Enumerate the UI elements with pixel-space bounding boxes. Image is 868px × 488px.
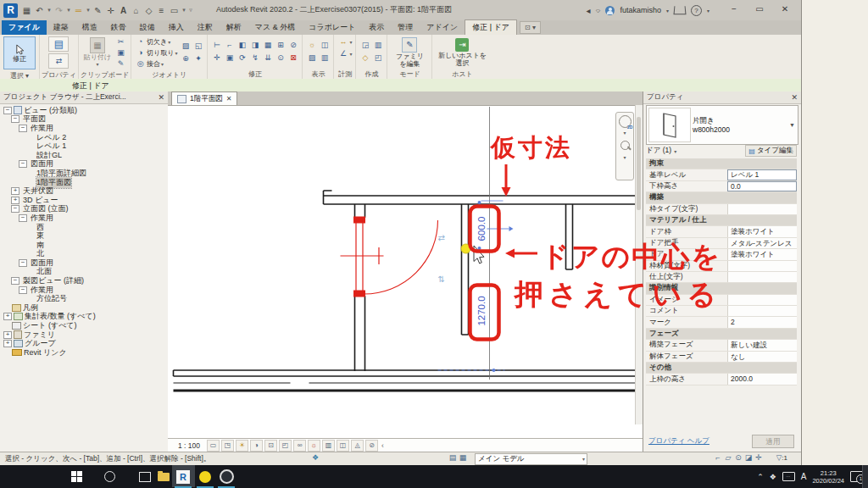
sun-path-icon[interactable]: ☀ [236,440,248,452]
demolish-icon[interactable]: ✦ [192,53,203,64]
section-icon[interactable]: ◇ [142,6,155,15]
tree-item[interactable]: − 作業用 [0,124,168,133]
match-type-icon[interactable]: ✎ [115,58,126,69]
cut-to-clipboard-icon[interactable]: ✂ [115,36,126,47]
ribbon-tab[interactable]: 管理 [391,20,420,35]
tray-expand-icon[interactable]: ⌃ [757,473,764,481]
design-options-icon[interactable]: ▦ [458,453,468,462]
panel-label-view[interactable]: 表示 [303,69,333,79]
select-pinned-elements-icon[interactable]: ⊙ [733,453,743,462]
ribbon-tab[interactable]: 解析 [220,20,248,35]
redo-dropdown-icon[interactable]: ▾ [65,7,72,14]
paste-button[interactable]: ▦ 貼り付け ▾ [82,37,113,69]
copy-to-clipboard-icon[interactable]: ▣ [115,47,126,58]
app-store-cart-icon[interactable] [673,6,686,14]
properties-icon[interactable]: ▤ [48,36,69,52]
panel-label-create[interactable]: 作成 [356,69,387,79]
user-avatar-icon[interactable] [605,6,615,15]
detail-level-icon[interactable]: ▭ [207,440,220,452]
customize-qat-icon[interactable]: ▿ [187,7,194,14]
property-value[interactable] [727,306,797,316]
property-row[interactable]: ドア 塗装ホワイト [646,249,797,260]
ime-keyboard-icon[interactable]: ⋯ [782,472,795,481]
tray-app-icon[interactable]: ❖ [770,473,776,481]
panel-label-mode[interactable]: モード [387,69,431,79]
property-value[interactable]: 塗装ホワイト [727,226,797,236]
properties-help-link[interactable]: プロパティ ヘルプ [648,436,709,446]
tree-item[interactable]: 南 [0,241,168,250]
cope-button[interactable]: ◔切欠き▾ [135,36,177,47]
tree-expander-icon[interactable]: − [11,115,19,123]
door-flip-facing-control[interactable]: ⇄ [438,233,445,242]
tag-by-category-icon[interactable]: ✎ [92,6,104,15]
tree-expander-icon[interactable]: − [11,205,19,213]
pin-icon[interactable]: ⊙ [275,53,286,63]
property-row[interactable]: 上枠の高さ 2000.0 [646,374,797,385]
tree-expander-icon[interactable] [26,296,33,302]
property-row[interactable]: 構築フェーズ 新しい建設 [646,340,797,351]
apply-button[interactable]: 適用 [752,435,794,448]
property-row[interactable]: ドア枠 塗装ホワイト [646,226,797,237]
property-value[interactable] [727,261,797,271]
properties-close-icon[interactable]: ✕ [791,93,798,102]
hide-in-view-icon[interactable]: ◫ [319,40,330,50]
select-links-icon[interactable]: ⌐ [713,453,723,462]
user-dropdown-icon[interactable]: ▾ [666,8,669,14]
ribbon-tab[interactable]: 注釈 [191,20,220,35]
view-scale[interactable]: 1 : 100 [178,441,200,450]
witness-line-grip[interactable] [478,201,481,204]
tree-expander-icon[interactable]: − [19,125,27,132]
help-dropdown-icon[interactable]: ▾ [707,8,709,14]
ribbon-tab[interactable]: 設備 [133,20,162,35]
reveal-constraints-icon[interactable]: ⊘ [365,440,378,452]
ribbon-tab[interactable]: コラボレート [302,20,362,35]
tree-expander-icon[interactable]: − [11,277,19,285]
dimension-button[interactable]: ∠▾ [337,48,352,58]
tree-expander-icon[interactable]: − [19,286,27,294]
worksets-icon[interactable]: ▤ [448,453,458,462]
tree-expander-icon[interactable] [26,180,33,186]
tree-expander-icon[interactable]: − [3,107,12,114]
temporary-hide-isolate-icon[interactable]: ∞ [293,440,306,452]
property-row[interactable]: マテリアル / 仕上 [646,215,797,226]
viewbar-collapse-icon[interactable]: ‹ [381,441,384,450]
property-row[interactable]: 仕上(文字) [646,272,797,283]
temp-dimension-value-2[interactable]: 1270.0 [476,296,487,325]
property-row[interactable]: 基準レベル レベル 1 [646,169,797,180]
hide-analytical-model-icon[interactable]: ◬ [351,440,364,452]
property-row[interactable]: その他 [646,363,797,374]
switch-windows-dropdown-icon[interactable]: ▾ [181,7,187,14]
zoom-dropdown-icon[interactable]: ▾ [623,154,626,160]
ribbon-tab[interactable]: 修正 | ドア [465,19,517,35]
delete-icon[interactable]: ⊠ [287,53,298,63]
tree-item[interactable]: 1階平面詳細図 [0,169,168,178]
witness-line-grip[interactable] [478,247,481,250]
visual-style-icon[interactable]: ◳ [221,440,234,452]
aligned-dimension-icon[interactable]: ═ [72,6,85,15]
view-tab[interactable]: 1階平面図 ✕ [171,92,237,105]
panel-label-host[interactable]: ホスト [432,69,492,79]
property-value[interactable]: 塗装ホワイト [727,249,797,259]
tree-item[interactable]: 西 [0,223,168,232]
search-button[interactable] [101,469,118,485]
crop-view-icon[interactable]: ⊡ [264,440,277,452]
tree-item[interactable]: − 図面用 [0,258,168,268]
show-crop-region-icon[interactable]: ◰ [279,440,292,452]
worksharing-display-icon[interactable]: ▥ [322,440,335,452]
tree-expander-icon[interactable]: − [19,160,27,168]
start-button[interactable] [68,469,85,485]
steering-wheel-icon[interactable]: 2D [619,115,632,128]
show-desktop-button[interactable] [862,465,868,488]
property-row[interactable]: 解体フェーズ なし [646,352,797,363]
array-icon[interactable]: ▦ [262,40,273,50]
temporary-view-properties-icon[interactable]: ◫ [337,440,349,452]
user-interface-icon[interactable]: ⇄ [48,53,69,69]
restore-button[interactable]: ▭ [747,0,772,19]
cut-geometry-button[interactable]: ◑切り取り▾ [135,47,177,58]
tree-expander-icon[interactable] [26,135,33,141]
search-binoculars-icon[interactable]: ⌔ [596,5,601,15]
property-row[interactable]: ドア把手 メタル-ステンレス [646,238,797,249]
tree-item[interactable]: レベル 1 [0,141,168,151]
minimize-button[interactable]: − [721,0,747,19]
create-similar-icon[interactable]: ◲ [359,40,370,50]
